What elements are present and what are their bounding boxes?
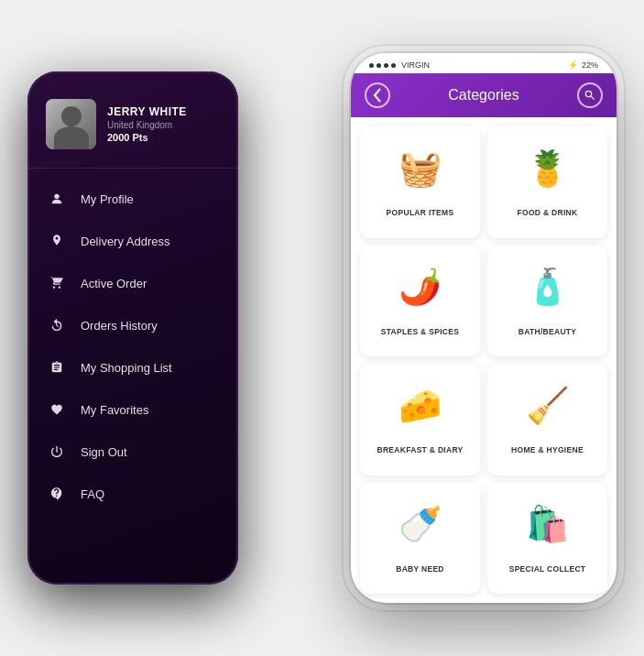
popular-items-image: 🧺 [384, 134, 457, 202]
header-title: Categories [448, 87, 518, 104]
breakfast-diary-label: BREAKFAST & DIARY [377, 445, 463, 454]
staples-spices-label: STAPLES & SPICES [381, 327, 459, 336]
search-button[interactable] [577, 82, 603, 108]
category-bath-beauty[interactable]: 🧴 BATH/BEAUTY [487, 246, 607, 357]
power-icon [46, 441, 68, 463]
user-country: United Kingdom [107, 120, 187, 130]
status-left: VIRGIN [369, 60, 430, 70]
profile-icon [46, 188, 68, 210]
signal-dot-1 [369, 63, 374, 68]
category-staples-spices[interactable]: 🌶️ STAPLES & SPICES [360, 246, 480, 357]
home-hygiene-label: HOME & HYGIENE [511, 445, 584, 454]
popular-items-icon: 🧺 [398, 151, 442, 186]
special-collect-icon: 🛍️ [526, 507, 569, 541]
special-collect-label: SPECIAL COLLECT [509, 564, 586, 574]
back-button[interactable] [365, 82, 390, 108]
faq-icon [46, 483, 68, 505]
food-drink-image: 🍍 [511, 134, 584, 202]
categories-grid: 🧺 POPULAR ITEMS 🍍 FOOD & DRINK 🌶️ STAPLE… [351, 117, 617, 603]
menu-item-orders-history[interactable]: Orders History [27, 304, 238, 346]
menu-item-active-order[interactable]: Active Order [27, 262, 238, 304]
breakfast-diary-image: 🧀 [384, 371, 457, 440]
bath-beauty-label: BATH/BEAUTY [518, 327, 577, 336]
category-baby-need[interactable]: 🍼 BABY NEED [360, 483, 480, 595]
menu-label-profile: My Profile [81, 192, 134, 206]
baby-need-image: 🍼 [384, 490, 457, 559]
left-phone: JERRY WHITE United Kingdom 2000 Pts My P… [27, 71, 238, 585]
staples-spices-icon: 🌶️ [398, 269, 442, 304]
bath-beauty-image: 🧴 [511, 253, 584, 322]
menu-label-orders-history: Orders History [81, 319, 158, 333]
avatar [46, 99, 96, 149]
signal-dot-4 [391, 63, 396, 68]
food-drink-icon: 🍍 [526, 151, 569, 186]
menu-label-shopping-list: My Shopping List [81, 361, 172, 375]
bluetooth-icon: ⚡ [568, 60, 578, 70]
category-food-drink[interactable]: 🍍 FOOD & DRINK [487, 126, 607, 238]
breakfast-diary-icon: 🧀 [398, 388, 442, 423]
special-collect-image: 🛍️ [511, 490, 584, 559]
popular-items-label: POPULAR ITEMS [387, 208, 454, 217]
menu-item-sign-out[interactable]: Sign Out [27, 431, 238, 473]
status-right: ⚡ 22% [568, 60, 598, 70]
baby-need-label: BABY NEED [396, 564, 444, 574]
menu-label-faq: FAQ [81, 487, 104, 501]
food-drink-label: FOOD & DRINK [518, 208, 578, 217]
menu-label-delivery: Delivery Address [81, 235, 170, 248]
category-home-hygiene[interactable]: 🧹 HOME & HYGIENE [487, 364, 607, 476]
baby-need-icon: 🍼 [398, 507, 442, 541]
user-profile-section: JERRY WHITE United Kingdom 2000 Pts [27, 90, 238, 169]
menu-item-delivery[interactable]: Delivery Address [27, 220, 238, 262]
menu-item-profile[interactable]: My Profile [27, 178, 238, 220]
menu-list: My Profile Delivery Address Active Order [27, 178, 238, 515]
signal-dot-3 [384, 63, 388, 68]
menu-item-favorites[interactable]: My Favorites [27, 388, 238, 431]
svg-point-0 [54, 194, 59, 199]
category-popular-items[interactable]: 🧺 POPULAR ITEMS [360, 126, 480, 238]
user-points: 2000 Pts [107, 132, 187, 143]
category-special-collect[interactable]: 🛍️ SPECIAL COLLECT [487, 483, 607, 595]
menu-label-favorites: My Favorites [81, 403, 148, 417]
category-breakfast-diary[interactable]: 🧀 BREAKFAST & DIARY [360, 364, 480, 476]
menu-label-sign-out: Sign Out [81, 445, 127, 459]
status-bar: VIRGIN ⚡ 22% [351, 53, 617, 73]
delivery-icon [46, 230, 68, 252]
carrier-label: VIRGIN [401, 60, 430, 70]
user-name: JERRY WHITE [107, 105, 187, 118]
list-icon [46, 356, 68, 378]
app-header: Categories [351, 73, 617, 117]
menu-item-faq[interactable]: FAQ [27, 473, 238, 515]
right-phone: VIRGIN ⚡ 22% Categories 🧺 POPULAR ITEMS [351, 53, 617, 603]
battery-label: 22% [582, 60, 598, 70]
menu-label-active-order: Active Order [81, 277, 147, 290]
home-hygiene-icon: 🧹 [526, 388, 569, 423]
heart-icon [46, 399, 68, 421]
bath-beauty-icon: 🧴 [526, 269, 569, 304]
menu-item-shopping-list[interactable]: My Shopping List [27, 346, 238, 388]
cart-icon [46, 272, 68, 294]
history-icon [46, 314, 68, 336]
signal-dot-2 [377, 63, 381, 68]
staples-spices-image: 🌶️ [384, 253, 457, 322]
home-hygiene-image: 🧹 [511, 371, 584, 440]
